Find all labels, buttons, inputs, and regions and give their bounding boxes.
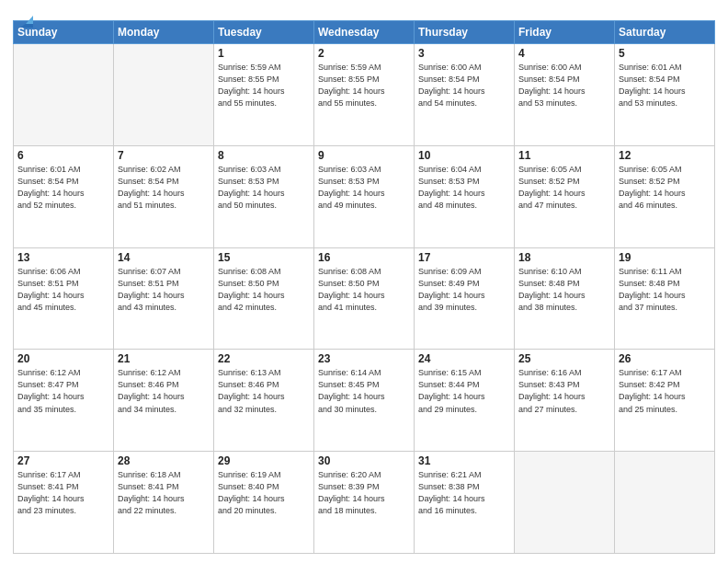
calendar-cell: 10Sunrise: 6:04 AM Sunset: 8:53 PM Dayli… (415, 145, 515, 247)
day-info: Sunrise: 6:20 AM Sunset: 8:39 PM Dayligh… (318, 469, 410, 517)
calendar-cell: 14Sunrise: 6:07 AM Sunset: 8:51 PM Dayli… (114, 247, 214, 350)
calendar-table: SundayMondayTuesdayWednesdayThursdayFrid… (13, 20, 715, 554)
day-number: 15 (218, 251, 310, 264)
day-info: Sunrise: 6:04 AM Sunset: 8:53 PM Dayligh… (418, 164, 510, 212)
weekday-header: Saturday (615, 21, 715, 44)
day-info: Sunrise: 6:18 AM Sunset: 8:41 PM Dayligh… (118, 469, 210, 517)
calendar-cell: 8Sunrise: 6:03 AM Sunset: 8:53 PM Daylig… (214, 145, 314, 247)
day-number: 20 (17, 352, 109, 365)
day-info: Sunrise: 6:13 AM Sunset: 8:46 PM Dayligh… (218, 367, 310, 415)
calendar-cell: 25Sunrise: 6:16 AM Sunset: 8:43 PM Dayli… (515, 350, 615, 452)
day-info: Sunrise: 6:02 AM Sunset: 8:54 PM Dayligh… (118, 164, 210, 212)
calendar-cell: 31Sunrise: 6:21 AM Sunset: 8:38 PM Dayli… (415, 452, 515, 554)
calendar-cell: 15Sunrise: 6:08 AM Sunset: 8:50 PM Dayli… (214, 247, 314, 350)
day-number: 1 (218, 47, 310, 60)
day-info: Sunrise: 6:07 AM Sunset: 8:51 PM Dayligh… (118, 266, 210, 314)
calendar-cell: 1Sunrise: 5:59 AM Sunset: 8:55 PM Daylig… (214, 44, 314, 146)
calendar-week-row: 13Sunrise: 6:06 AM Sunset: 8:51 PM Dayli… (14, 247, 715, 350)
day-number: 25 (518, 352, 610, 365)
calendar-cell: 22Sunrise: 6:13 AM Sunset: 8:46 PM Dayli… (214, 350, 314, 452)
day-info: Sunrise: 6:05 AM Sunset: 8:52 PM Dayligh… (518, 164, 610, 212)
weekday-header: Wednesday (314, 21, 415, 44)
calendar-cell: 20Sunrise: 6:12 AM Sunset: 8:47 PM Dayli… (14, 350, 114, 452)
day-info: Sunrise: 6:06 AM Sunset: 8:51 PM Dayligh… (17, 266, 109, 314)
day-number: 5 (619, 47, 711, 60)
day-number: 14 (118, 251, 210, 264)
calendar-cell: 26Sunrise: 6:17 AM Sunset: 8:42 PM Dayli… (615, 350, 715, 452)
day-number: 2 (318, 47, 410, 60)
day-number: 31 (418, 454, 510, 467)
day-number: 23 (318, 352, 410, 365)
day-number: 26 (619, 352, 711, 365)
calendar-cell: 30Sunrise: 6:20 AM Sunset: 8:39 PM Dayli… (314, 452, 415, 554)
calendar-cell (114, 44, 214, 146)
day-number: 22 (218, 352, 310, 365)
calendar-header-row: SundayMondayTuesdayWednesdayThursdayFrid… (14, 21, 715, 44)
day-number: 30 (318, 454, 410, 467)
day-number: 10 (418, 149, 510, 162)
calendar-cell: 29Sunrise: 6:19 AM Sunset: 8:40 PM Dayli… (214, 452, 314, 554)
calendar-cell: 18Sunrise: 6:10 AM Sunset: 8:48 PM Dayli… (515, 247, 615, 350)
calendar-cell: 9Sunrise: 6:03 AM Sunset: 8:53 PM Daylig… (314, 145, 415, 247)
day-info: Sunrise: 6:16 AM Sunset: 8:43 PM Dayligh… (518, 367, 610, 415)
calendar-cell: 3Sunrise: 6:00 AM Sunset: 8:54 PM Daylig… (415, 44, 515, 146)
day-number: 27 (17, 454, 109, 467)
calendar-cell (14, 44, 114, 146)
day-number: 16 (318, 251, 410, 264)
day-info: Sunrise: 6:19 AM Sunset: 8:40 PM Dayligh… (218, 469, 310, 517)
day-number: 29 (218, 454, 310, 467)
day-number: 21 (118, 352, 210, 365)
day-number: 13 (17, 251, 109, 264)
calendar-cell: 11Sunrise: 6:05 AM Sunset: 8:52 PM Dayli… (515, 145, 615, 247)
day-number: 9 (318, 149, 410, 162)
page: SundayMondayTuesdayWednesdayThursdayFrid… (0, 0, 728, 563)
day-info: Sunrise: 6:21 AM Sunset: 8:38 PM Dayligh… (418, 469, 510, 517)
day-number: 8 (218, 149, 310, 162)
day-info: Sunrise: 5:59 AM Sunset: 8:55 PM Dayligh… (318, 62, 410, 109)
calendar-week-row: 20Sunrise: 6:12 AM Sunset: 8:47 PM Dayli… (14, 350, 715, 452)
day-number: 4 (518, 47, 610, 60)
day-info: Sunrise: 6:05 AM Sunset: 8:52 PM Dayligh… (619, 164, 711, 212)
calendar-cell (515, 452, 615, 554)
day-number: 18 (518, 251, 610, 264)
calendar-cell (615, 452, 715, 554)
day-info: Sunrise: 6:17 AM Sunset: 8:41 PM Dayligh… (17, 469, 109, 517)
calendar-cell: 27Sunrise: 6:17 AM Sunset: 8:41 PM Dayli… (14, 452, 114, 554)
day-info: Sunrise: 5:59 AM Sunset: 8:55 PM Dayligh… (218, 62, 310, 109)
day-info: Sunrise: 6:01 AM Sunset: 8:54 PM Dayligh… (17, 164, 109, 212)
day-info: Sunrise: 6:09 AM Sunset: 8:49 PM Dayligh… (418, 266, 510, 314)
day-info: Sunrise: 6:00 AM Sunset: 8:54 PM Dayligh… (418, 62, 510, 109)
day-info: Sunrise: 6:15 AM Sunset: 8:44 PM Dayligh… (418, 367, 510, 415)
day-number: 28 (118, 454, 210, 467)
weekday-header: Tuesday (214, 21, 314, 44)
calendar-cell: 6Sunrise: 6:01 AM Sunset: 8:54 PM Daylig… (14, 145, 114, 247)
calendar-cell: 13Sunrise: 6:06 AM Sunset: 8:51 PM Dayli… (14, 247, 114, 350)
calendar-cell: 2Sunrise: 5:59 AM Sunset: 8:55 PM Daylig… (314, 44, 415, 146)
weekday-header: Thursday (415, 21, 515, 44)
day-number: 12 (619, 149, 711, 162)
calendar-cell: 12Sunrise: 6:05 AM Sunset: 8:52 PM Dayli… (615, 145, 715, 247)
day-info: Sunrise: 6:08 AM Sunset: 8:50 PM Dayligh… (318, 266, 410, 314)
calendar-cell: 19Sunrise: 6:11 AM Sunset: 8:48 PM Dayli… (615, 247, 715, 350)
day-info: Sunrise: 6:10 AM Sunset: 8:48 PM Dayligh… (518, 266, 610, 314)
calendar-cell: 16Sunrise: 6:08 AM Sunset: 8:50 PM Dayli… (314, 247, 415, 350)
day-number: 17 (418, 251, 510, 264)
calendar-cell: 5Sunrise: 6:01 AM Sunset: 8:54 PM Daylig… (615, 44, 715, 146)
svg-marker-1 (26, 16, 33, 24)
day-info: Sunrise: 6:17 AM Sunset: 8:42 PM Dayligh… (619, 367, 711, 415)
calendar-cell: 7Sunrise: 6:02 AM Sunset: 8:54 PM Daylig… (114, 145, 214, 247)
day-info: Sunrise: 6:08 AM Sunset: 8:50 PM Dayligh… (218, 266, 310, 314)
calendar-cell: 4Sunrise: 6:00 AM Sunset: 8:54 PM Daylig… (515, 44, 615, 146)
day-number: 19 (619, 251, 711, 264)
calendar-cell: 21Sunrise: 6:12 AM Sunset: 8:46 PM Dayli… (114, 350, 214, 452)
day-info: Sunrise: 6:01 AM Sunset: 8:54 PM Dayligh… (619, 62, 711, 109)
day-number: 3 (418, 47, 510, 60)
day-info: Sunrise: 6:12 AM Sunset: 8:47 PM Dayligh… (17, 367, 109, 415)
day-number: 6 (17, 149, 109, 162)
day-info: Sunrise: 6:11 AM Sunset: 8:48 PM Dayligh… (619, 266, 711, 314)
calendar-cell: 17Sunrise: 6:09 AM Sunset: 8:49 PM Dayli… (415, 247, 515, 350)
logo-icon (17, 11, 37, 31)
weekday-header: Friday (515, 21, 615, 44)
calendar-cell: 28Sunrise: 6:18 AM Sunset: 8:41 PM Dayli… (114, 452, 214, 554)
calendar-cell: 24Sunrise: 6:15 AM Sunset: 8:44 PM Dayli… (415, 350, 515, 452)
